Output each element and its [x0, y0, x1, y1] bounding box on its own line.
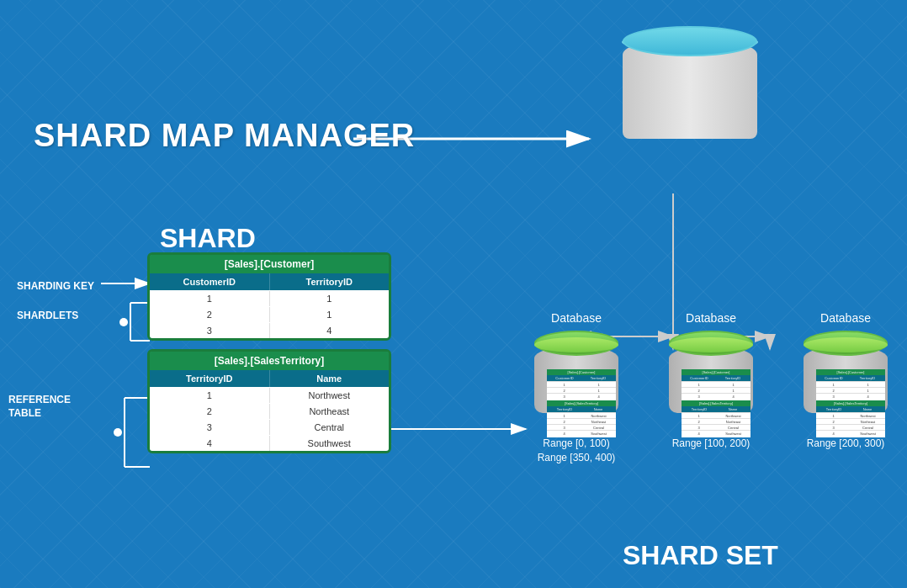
cell: 1: [270, 291, 390, 306]
cell: 2: [150, 307, 270, 322]
cell: 4: [150, 436, 270, 451]
shard-3: Database [Sales].[Customer] CustomerIDTe…: [791, 311, 900, 465]
sales-territory-table: [Sales].[SalesTerritory] TerritoryID Nam…: [147, 349, 391, 453]
table-row: 1 Northwest: [150, 387, 389, 403]
database-label-2: Database: [656, 311, 766, 325]
main-tables-container: [Sales].[Customer] CustomerID TerritoryI…: [147, 252, 391, 462]
territory-col-name: Name: [270, 370, 390, 387]
database-label-1: Database: [522, 311, 631, 325]
table-row: 2 Northeast: [150, 403, 389, 419]
shard-2-cylinder: [Sales].[Customer] CustomerIDTerritoryID…: [665, 329, 757, 413]
territory-col-id: TerritoryID: [150, 370, 270, 387]
table-row: 3 4: [150, 322, 389, 338]
sales-territory-table-title: [Sales].[SalesTerritory]: [150, 352, 389, 370]
shard-3-range: Range [200, 300): [791, 437, 900, 451]
shard-2: Database [Sales].[Customer] CustomerIDTe…: [656, 311, 766, 465]
table-row: 1 1: [150, 290, 389, 306]
table-row: 4 Southwest: [150, 435, 389, 451]
customer-table: [Sales].[Customer] CustomerID TerritoryI…: [147, 252, 391, 341]
customer-table-header: CustomerID TerritoryID: [150, 273, 389, 290]
cell: 3: [150, 420, 270, 435]
sales-territory-table-header: TerritoryID Name: [150, 370, 389, 387]
cell: Central: [270, 420, 390, 435]
shards-container: Database [Sales].[Customer] CustomerIDTe…: [522, 311, 900, 465]
cell: 1: [150, 291, 270, 306]
shard-1-range: Range [0, 100)Range [350, 400): [522, 437, 631, 465]
customer-col-territoryid: TerritoryID: [270, 273, 390, 290]
sharding-key-label: SHARDING KEY: [17, 280, 94, 292]
cell: Northwest: [270, 388, 390, 403]
cell: 1: [150, 388, 270, 403]
cell: 4: [270, 323, 390, 338]
shard-1-cylinder: [Sales].[Customer] CustomerIDTerritoryID…: [530, 329, 623, 413]
cell: Northeast: [270, 404, 390, 419]
shard-section-title: SHARD: [160, 223, 256, 254]
shard-set-title: SHARD SET: [623, 540, 778, 571]
top-database-cylinder: [606, 38, 774, 139]
database-label-3: Database: [791, 311, 900, 325]
cell: 2: [150, 404, 270, 419]
shard-map-manager-title: SHARD MAP MANAGER: [34, 118, 415, 154]
table-row: 3 Central: [150, 419, 389, 435]
cell: Southwest: [270, 436, 390, 451]
cell: 1: [270, 307, 390, 322]
shardlets-label: SHARDLETS: [17, 310, 78, 321]
reference-table-label: REFERENCETABLE: [8, 394, 71, 420]
customer-table-title: [Sales].[Customer]: [150, 255, 389, 273]
svg-point-19: [114, 428, 122, 437]
shard-1: Database [Sales].[Customer] CustomerIDTe…: [522, 311, 631, 465]
table-row: 2 1: [150, 306, 389, 322]
customer-col-customerid: CustomerID: [150, 273, 270, 290]
svg-point-15: [119, 318, 128, 326]
shard-2-range: Range [100, 200): [656, 437, 766, 451]
shard-3-cylinder: [Sales].[Customer] CustomerIDTerritoryID…: [799, 329, 892, 413]
cell: 3: [150, 323, 270, 338]
